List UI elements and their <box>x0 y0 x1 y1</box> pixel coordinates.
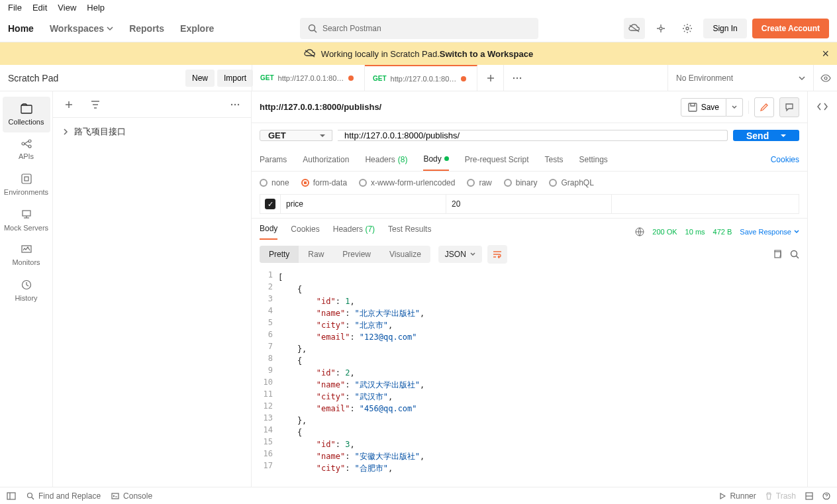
formdata-row[interactable]: ✓ price 20 <box>260 194 799 214</box>
trash-button[interactable]: Trash <box>765 491 796 501</box>
edit-button[interactable] <box>754 97 774 117</box>
search-input[interactable]: Search Postman <box>300 18 538 39</box>
runner-button[interactable]: Runner <box>719 491 756 501</box>
sidebar-item-mock[interactable]: Mock Servers <box>3 203 50 238</box>
header: Home Workspaces Reports Explore Search P… <box>0 15 837 42</box>
menu-help[interactable]: Help <box>87 3 105 13</box>
cookies-link[interactable]: Cookies <box>771 155 799 164</box>
sidebar-item-environments[interactable]: Environments <box>3 167 50 203</box>
code-icon[interactable] <box>816 102 828 111</box>
sidebar-toggle-icon[interactable] <box>7 492 16 500</box>
nav-explore[interactable]: Explore <box>180 23 214 34</box>
bodytype-binary[interactable]: binary <box>504 178 538 187</box>
tab-params[interactable]: Params <box>260 148 287 171</box>
request-tab-0[interactable]: GET http://127.0.0.1:8000/b <box>252 65 365 91</box>
svg-rect-28 <box>775 252 781 258</box>
menu-bar: File Edit View Help <box>0 0 837 15</box>
import-button[interactable]: Import <box>217 70 253 87</box>
tab-method: GET <box>260 74 274 81</box>
banner-close-icon[interactable]: × <box>822 47 829 61</box>
add-tab-button[interactable] <box>477 65 504 91</box>
menu-file[interactable]: File <box>8 3 22 13</box>
console-button[interactable]: Console <box>111 491 152 501</box>
bodytype-urlencoded[interactable]: x-www-form-urlencoded <box>359 178 455 187</box>
tab-settings[interactable]: Settings <box>579 148 608 171</box>
copy-icon[interactable] <box>773 250 782 259</box>
save-dropdown-button[interactable] <box>726 98 743 117</box>
tab-authorization[interactable]: Authorization <box>303 148 349 171</box>
url-input[interactable] <box>338 130 728 141</box>
layout-icon[interactable] <box>805 492 813 500</box>
svg-point-29 <box>791 251 797 257</box>
tab-options-button[interactable] <box>504 65 530 91</box>
response-tab-headers[interactable]: Headers (7) <box>333 225 375 239</box>
environment-select[interactable]: No Environment <box>667 65 813 91</box>
response-tab-cookies[interactable]: Cookies <box>291 225 319 239</box>
sidebar-item-history[interactable]: History <box>3 273 50 309</box>
sidebar-item-monitors[interactable]: Monitors <box>3 238 50 273</box>
view-pretty[interactable]: Pretty <box>260 246 299 263</box>
filter-button[interactable] <box>85 94 106 115</box>
search-response-icon[interactable] <box>790 250 799 259</box>
sidebar-item-apis[interactable]: APIs <box>3 132 50 167</box>
send-button[interactable]: Send <box>733 130 799 141</box>
bodytype-none[interactable]: none <box>260 178 289 187</box>
view-raw[interactable]: Raw <box>299 246 333 263</box>
save-response-button[interactable]: Save Response <box>740 228 799 236</box>
collection-item[interactable]: 路飞项目接口 <box>58 123 246 140</box>
bodytype-graphql[interactable]: GraphQL <box>549 178 593 187</box>
menu-view[interactable]: View <box>58 3 76 13</box>
comment-button[interactable] <box>779 97 799 117</box>
svg-point-33 <box>28 493 32 497</box>
search-placeholder: Search Postman <box>322 24 381 33</box>
globe-icon[interactable] <box>635 227 644 236</box>
wrap-button[interactable] <box>487 245 507 264</box>
nav-home[interactable]: Home <box>8 23 34 34</box>
tab-tests[interactable]: Tests <box>544 148 563 171</box>
help-icon[interactable] <box>822 492 830 500</box>
find-replace-button[interactable]: Find and Replace <box>26 491 101 501</box>
create-account-button[interactable]: Create Account <box>752 19 829 38</box>
history-icon <box>21 279 32 290</box>
workspace-bar: Scratch Pad New Import GET http://127.0.… <box>0 65 837 91</box>
bodytype-formdata[interactable]: form-data <box>301 178 347 187</box>
tab-headers[interactable]: Headers (8) <box>365 148 407 171</box>
sidebar: Collections APIs Environments Mock Serve… <box>0 91 53 487</box>
format-select[interactable]: JSON <box>438 246 482 263</box>
bodytype-raw[interactable]: raw <box>467 178 491 187</box>
nav-reports[interactable]: Reports <box>129 23 164 34</box>
svg-rect-10 <box>21 105 32 113</box>
tab-body[interactable]: Body <box>423 148 448 171</box>
cloud-sync-icon[interactable] <box>624 18 645 39</box>
nav-workspaces[interactable]: Workspaces <box>50 23 113 34</box>
method-select[interactable]: GET <box>260 130 332 141</box>
panel-options-button[interactable] <box>224 94 246 115</box>
status-code: 200 OK <box>652 228 677 236</box>
response-body[interactable]: 1234567891011121314151617 [ { "id": 1, "… <box>252 269 807 487</box>
svg-rect-26 <box>689 103 697 111</box>
environments-icon <box>21 174 32 184</box>
svg-line-15 <box>25 144 28 146</box>
row-value[interactable]: 20 <box>446 195 611 213</box>
view-visualize[interactable]: Visualize <box>380 246 430 263</box>
row-checkbox[interactable]: ✓ <box>260 199 280 209</box>
save-button[interactable]: Save <box>681 98 726 117</box>
add-collection-button[interactable] <box>58 94 79 115</box>
sidebar-item-collections[interactable]: Collections <box>3 97 50 132</box>
row-key[interactable]: price <box>280 195 446 213</box>
banner-link[interactable]: Switch to a Workspace <box>440 49 533 59</box>
environment-preview-button[interactable] <box>813 65 837 91</box>
tab-prerequest[interactable]: Pre-request Script <box>465 148 529 171</box>
svg-point-4 <box>686 27 689 30</box>
request-tab-1[interactable]: GET http://127.0.0.1:8000/p <box>365 65 477 91</box>
menu-edit[interactable]: Edit <box>32 3 47 13</box>
settings-icon[interactable] <box>677 18 698 39</box>
view-preview[interactable]: Preview <box>333 246 380 263</box>
new-button[interactable]: New <box>185 70 215 87</box>
svg-rect-31 <box>7 493 15 499</box>
signin-button[interactable]: Sign In <box>703 19 746 38</box>
response-tab-body[interactable]: Body <box>260 224 277 240</box>
capture-icon[interactable] <box>650 18 671 39</box>
svg-point-6 <box>513 77 515 78</box>
response-tab-tests[interactable]: Test Results <box>388 225 431 239</box>
